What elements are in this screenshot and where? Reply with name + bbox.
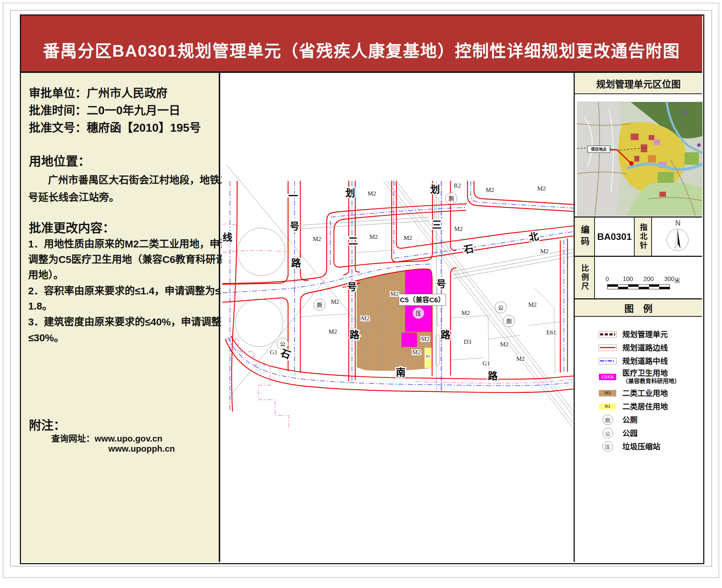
legend-item-label: 二类工业用地 xyxy=(622,389,668,397)
compass-label: 指北针 xyxy=(638,223,648,250)
location-mini-map: 项目地点 xyxy=(577,102,703,216)
legend-item: R2二类居住用地 xyxy=(575,400,702,413)
legend-item: 规划道路中线 xyxy=(575,354,702,368)
legend-facility-icon: 压 xyxy=(599,441,617,452)
road-name-char: 路 xyxy=(441,329,451,341)
scale-tick: 200 xyxy=(643,276,653,283)
scale-label: 比例尺 xyxy=(579,264,590,291)
road-name-char: 号 xyxy=(290,221,300,232)
planning-map: C5（兼容C6） 厕厕公公厕压 M2R2M2M2M2M2M2M2M2M2G1M2… xyxy=(222,73,574,562)
zone-code-label: G1 xyxy=(270,349,278,356)
legend-color-swatch: M2 xyxy=(599,390,617,396)
location-heading: 用地位置： xyxy=(29,152,90,169)
code-label: 编码 xyxy=(578,225,591,248)
scale-row: 比例尺 0100200300米 xyxy=(575,257,702,299)
zone-code-label: M2 xyxy=(367,190,376,197)
legend-item: 压垃圾压缩站 xyxy=(575,440,702,453)
zone-code-label: R2 xyxy=(426,354,430,358)
location-line1: 广州市番禺区大石街会江村地段，地铁二 xyxy=(48,172,230,187)
change1-line2: 调整为C5医疗卫生用地（兼容C6教育科研设计 xyxy=(28,251,236,266)
zone-code-label: M2 xyxy=(540,248,549,255)
road-name-char: 划 xyxy=(345,188,355,199)
zone-code-label: M2 xyxy=(454,225,463,232)
svg-text:N: N xyxy=(675,219,680,227)
zone-code-label: M2 xyxy=(537,185,546,192)
map-facility-icon: 公 xyxy=(495,302,506,313)
road-name-char: 号 xyxy=(436,279,446,290)
legend-facility-icon: 公 xyxy=(599,428,617,438)
map-facility-icon: 压 xyxy=(413,307,424,319)
road-name-char: 路 xyxy=(291,258,301,269)
zone-code-label: M2 xyxy=(421,335,430,342)
change2-line1: 2．容积率由原来要求的≤1.4，申请调整为≤ xyxy=(28,283,221,297)
scale-unit: 米 xyxy=(674,276,680,285)
zone-code-label: 厕 xyxy=(506,318,512,324)
page-title: 番禺分区BA0301规划管理单元（省残疾人康复基地）控制性详细规划更改通告附图 xyxy=(43,38,680,71)
legend-item-label: 公园 xyxy=(622,429,638,437)
legend-item: C5/C6医疗卫生用地（兼容教育科研用地） xyxy=(575,368,702,386)
zone-code-label: 厕 xyxy=(448,196,454,202)
north-arrow-icon: N xyxy=(652,218,702,256)
location-line2: 号延长线会江站旁。 xyxy=(28,189,119,204)
change1-line1: 1．用地性质由原来的M2二类工业用地，申请 xyxy=(28,236,230,250)
map-facility-icon: 厕 xyxy=(445,193,457,204)
legend-item: 规划道路边线 xyxy=(575,341,702,354)
scale-bar: 0100200300米 xyxy=(595,257,702,298)
legend-color-swatch: R2 xyxy=(599,403,617,410)
note-heading: 附注： xyxy=(29,416,66,433)
zone-code-label: 公 xyxy=(498,304,503,311)
legend-item-label: 二类居住用地 xyxy=(622,402,668,411)
changes-heading: 批准更改内容： xyxy=(29,218,115,236)
road-name-char: 划 xyxy=(430,184,440,195)
zone-code-label: M2 xyxy=(412,349,421,356)
legend-item-label: 公厕 xyxy=(622,416,638,424)
road-name-char: 一 xyxy=(288,191,298,202)
legend-line-swatch xyxy=(599,345,617,351)
zone-code-label: M2 xyxy=(390,290,399,297)
road-name-char: 线 xyxy=(223,232,232,243)
approval-unit: 审批单位：广州市人民政府 xyxy=(29,84,168,100)
road-name-char: 南 xyxy=(396,367,406,378)
scale-tick: 300 xyxy=(664,276,674,283)
note-url2: www.upopph.cn xyxy=(108,444,175,454)
zone-code-label: M2 xyxy=(461,310,470,316)
zone-code-label: R2 xyxy=(454,182,461,189)
legend-title: 图 例 xyxy=(575,299,702,317)
legend-color-swatch: C5/C6 xyxy=(599,374,617,380)
scale-tick: 100 xyxy=(623,276,633,283)
zone-code-label: M2 xyxy=(331,298,339,305)
zone-code-label: 压 xyxy=(416,310,421,316)
zone-code-label: M2 xyxy=(404,234,412,241)
legend-item-label: 医疗卫生用地（兼容教育科研用地） xyxy=(622,369,680,385)
zone-code-label: M2 xyxy=(486,187,494,193)
zone-code-label: E61 xyxy=(546,329,556,336)
project-location-marker: 项目地点 xyxy=(591,147,607,152)
zone-code-label: M2 xyxy=(516,355,525,362)
map-facility-icon: 厕 xyxy=(314,299,325,311)
legend-list: 规划管理单元规划道路边线规划道路中线C5/C6医疗卫生用地（兼容教育科研用地）M… xyxy=(575,317,702,453)
road-name-char: 北 xyxy=(528,231,540,243)
road-name-char: 二 xyxy=(348,236,358,247)
zone-code-label: M2 xyxy=(500,341,509,348)
legend-item-label: 垃圾压缩站 xyxy=(622,442,660,451)
c5-label-box: C5（兼容C6） xyxy=(399,294,446,306)
scale-tick: 0 xyxy=(605,276,609,283)
code-compass-grid: 编码 BA0301 指北针 N xyxy=(575,216,702,257)
zone-code-label: 厕 xyxy=(317,302,322,308)
scale-bar-graphic xyxy=(607,284,670,289)
change3-line2: ≤30%。 xyxy=(28,330,64,344)
zone-code-label: M2 xyxy=(528,301,537,308)
legend-item: 公公园 xyxy=(575,426,702,440)
change2-line2: 1.8。 xyxy=(28,298,52,312)
road-name-char: 路 xyxy=(488,370,498,382)
change3-line1: 3．建筑密度由原来要求的≤40%，申请调整为 xyxy=(28,314,231,328)
zone-code-label: M2 xyxy=(329,328,337,335)
location-map-title: 规划管理单元区位图 xyxy=(575,73,702,94)
legend-item: M2二类工业用地 xyxy=(575,386,702,400)
map-facility-icon: 厕 xyxy=(503,315,515,327)
legend-item: 厕公厕 xyxy=(575,413,702,426)
legend-item-label: 规划道路中线 xyxy=(622,357,668,365)
note-url: 查询网址：www.upo.gov.cn xyxy=(51,431,162,444)
legend-item: 规划管理单元 xyxy=(575,328,702,341)
c5-zone-label: C5（兼容C6） xyxy=(400,296,445,304)
